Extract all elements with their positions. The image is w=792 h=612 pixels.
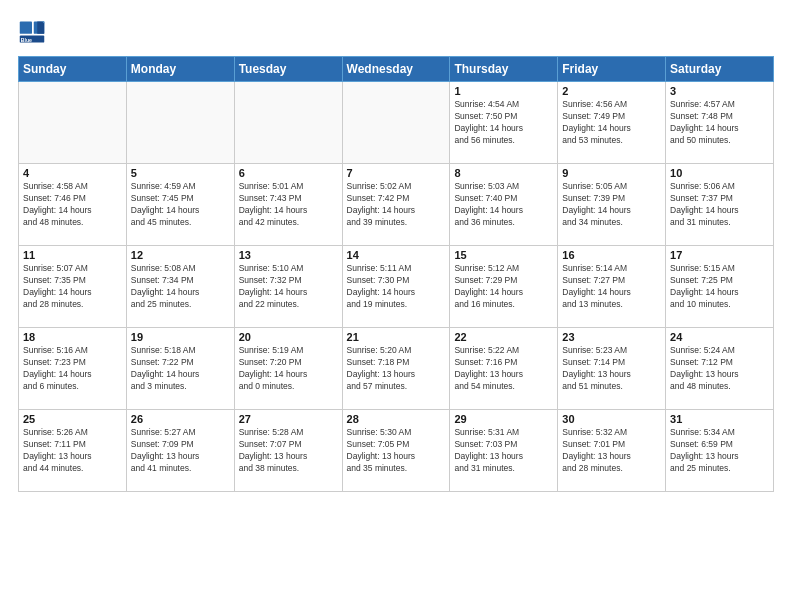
day-info: Sunrise: 5:03 AM Sunset: 7:40 PM Dayligh… [454,181,553,229]
calendar-cell: 10Sunrise: 5:06 AM Sunset: 7:37 PM Dayli… [666,164,774,246]
day-number: 12 [131,249,230,261]
day-number: 31 [670,413,769,425]
day-number: 14 [347,249,446,261]
day-number: 7 [347,167,446,179]
calendar-cell: 19Sunrise: 5:18 AM Sunset: 7:22 PM Dayli… [126,328,234,410]
day-number: 9 [562,167,661,179]
day-info: Sunrise: 5:18 AM Sunset: 7:22 PM Dayligh… [131,345,230,393]
day-number: 27 [239,413,338,425]
calendar-cell: 9Sunrise: 5:05 AM Sunset: 7:39 PM Daylig… [558,164,666,246]
day-info: Sunrise: 5:12 AM Sunset: 7:29 PM Dayligh… [454,263,553,311]
svg-text:Blue: Blue [21,37,32,43]
day-number: 25 [23,413,122,425]
day-info: Sunrise: 5:26 AM Sunset: 7:11 PM Dayligh… [23,427,122,475]
weekday-header-row: SundayMondayTuesdayWednesdayThursdayFrid… [19,57,774,82]
calendar-cell [126,82,234,164]
calendar-cell: 23Sunrise: 5:23 AM Sunset: 7:14 PM Dayli… [558,328,666,410]
day-number: 24 [670,331,769,343]
calendar-cell: 17Sunrise: 5:15 AM Sunset: 7:25 PM Dayli… [666,246,774,328]
weekday-header-tuesday: Tuesday [234,57,342,82]
calendar-cell: 25Sunrise: 5:26 AM Sunset: 7:11 PM Dayli… [19,410,127,492]
day-number: 13 [239,249,338,261]
calendar-cell: 13Sunrise: 5:10 AM Sunset: 7:32 PM Dayli… [234,246,342,328]
calendar-cell: 29Sunrise: 5:31 AM Sunset: 7:03 PM Dayli… [450,410,558,492]
day-info: Sunrise: 5:11 AM Sunset: 7:30 PM Dayligh… [347,263,446,311]
day-info: Sunrise: 5:08 AM Sunset: 7:34 PM Dayligh… [131,263,230,311]
week-row-4: 18Sunrise: 5:16 AM Sunset: 7:23 PM Dayli… [19,328,774,410]
day-number: 2 [562,85,661,97]
day-info: Sunrise: 5:02 AM Sunset: 7:42 PM Dayligh… [347,181,446,229]
calendar-cell: 7Sunrise: 5:02 AM Sunset: 7:42 PM Daylig… [342,164,450,246]
weekday-header-saturday: Saturday [666,57,774,82]
calendar-cell [234,82,342,164]
day-info: Sunrise: 5:19 AM Sunset: 7:20 PM Dayligh… [239,345,338,393]
day-info: Sunrise: 5:20 AM Sunset: 7:18 PM Dayligh… [347,345,446,393]
calendar-cell: 5Sunrise: 4:59 AM Sunset: 7:45 PM Daylig… [126,164,234,246]
calendar-cell: 16Sunrise: 5:14 AM Sunset: 7:27 PM Dayli… [558,246,666,328]
day-number: 18 [23,331,122,343]
day-number: 29 [454,413,553,425]
day-info: Sunrise: 5:28 AM Sunset: 7:07 PM Dayligh… [239,427,338,475]
calendar-cell: 20Sunrise: 5:19 AM Sunset: 7:20 PM Dayli… [234,328,342,410]
day-number: 30 [562,413,661,425]
day-info: Sunrise: 5:22 AM Sunset: 7:16 PM Dayligh… [454,345,553,393]
weekday-header-thursday: Thursday [450,57,558,82]
calendar-cell: 1Sunrise: 4:54 AM Sunset: 7:50 PM Daylig… [450,82,558,164]
weekday-header-wednesday: Wednesday [342,57,450,82]
calendar-cell: 26Sunrise: 5:27 AM Sunset: 7:09 PM Dayli… [126,410,234,492]
calendar-cell: 22Sunrise: 5:22 AM Sunset: 7:16 PM Dayli… [450,328,558,410]
calendar-cell: 8Sunrise: 5:03 AM Sunset: 7:40 PM Daylig… [450,164,558,246]
day-number: 22 [454,331,553,343]
day-info: Sunrise: 5:31 AM Sunset: 7:03 PM Dayligh… [454,427,553,475]
day-info: Sunrise: 5:32 AM Sunset: 7:01 PM Dayligh… [562,427,661,475]
day-number: 4 [23,167,122,179]
day-info: Sunrise: 5:34 AM Sunset: 6:59 PM Dayligh… [670,427,769,475]
svg-rect-0 [20,22,32,34]
calendar-cell: 2Sunrise: 4:56 AM Sunset: 7:49 PM Daylig… [558,82,666,164]
day-info: Sunrise: 5:23 AM Sunset: 7:14 PM Dayligh… [562,345,661,393]
weekday-header-friday: Friday [558,57,666,82]
calendar-cell: 28Sunrise: 5:30 AM Sunset: 7:05 PM Dayli… [342,410,450,492]
day-info: Sunrise: 5:30 AM Sunset: 7:05 PM Dayligh… [347,427,446,475]
calendar-cell: 3Sunrise: 4:57 AM Sunset: 7:48 PM Daylig… [666,82,774,164]
day-info: Sunrise: 5:01 AM Sunset: 7:43 PM Dayligh… [239,181,338,229]
week-row-3: 11Sunrise: 5:07 AM Sunset: 7:35 PM Dayli… [19,246,774,328]
day-info: Sunrise: 4:59 AM Sunset: 7:45 PM Dayligh… [131,181,230,229]
header: Blue [18,18,774,46]
day-number: 5 [131,167,230,179]
day-info: Sunrise: 5:06 AM Sunset: 7:37 PM Dayligh… [670,181,769,229]
day-info: Sunrise: 5:24 AM Sunset: 7:12 PM Dayligh… [670,345,769,393]
calendar-cell: 30Sunrise: 5:32 AM Sunset: 7:01 PM Dayli… [558,410,666,492]
day-info: Sunrise: 4:57 AM Sunset: 7:48 PM Dayligh… [670,99,769,147]
day-info: Sunrise: 4:54 AM Sunset: 7:50 PM Dayligh… [454,99,553,147]
day-number: 16 [562,249,661,261]
calendar-table: SundayMondayTuesdayWednesdayThursdayFrid… [18,56,774,492]
calendar-cell: 6Sunrise: 5:01 AM Sunset: 7:43 PM Daylig… [234,164,342,246]
day-info: Sunrise: 5:27 AM Sunset: 7:09 PM Dayligh… [131,427,230,475]
day-info: Sunrise: 4:58 AM Sunset: 7:46 PM Dayligh… [23,181,122,229]
calendar-cell: 18Sunrise: 5:16 AM Sunset: 7:23 PM Dayli… [19,328,127,410]
calendar-cell: 14Sunrise: 5:11 AM Sunset: 7:30 PM Dayli… [342,246,450,328]
day-number: 8 [454,167,553,179]
day-info: Sunrise: 5:07 AM Sunset: 7:35 PM Dayligh… [23,263,122,311]
week-row-2: 4Sunrise: 4:58 AM Sunset: 7:46 PM Daylig… [19,164,774,246]
week-row-5: 25Sunrise: 5:26 AM Sunset: 7:11 PM Dayli… [19,410,774,492]
calendar-cell [342,82,450,164]
day-info: Sunrise: 5:05 AM Sunset: 7:39 PM Dayligh… [562,181,661,229]
calendar-cell: 4Sunrise: 4:58 AM Sunset: 7:46 PM Daylig… [19,164,127,246]
day-number: 19 [131,331,230,343]
weekday-header-monday: Monday [126,57,234,82]
calendar-cell: 11Sunrise: 5:07 AM Sunset: 7:35 PM Dayli… [19,246,127,328]
calendar-cell [19,82,127,164]
day-number: 21 [347,331,446,343]
svg-marker-2 [37,22,44,34]
logo-icon: Blue [18,18,46,46]
day-number: 11 [23,249,122,261]
calendar-cell: 15Sunrise: 5:12 AM Sunset: 7:29 PM Dayli… [450,246,558,328]
day-number: 28 [347,413,446,425]
calendar-cell: 27Sunrise: 5:28 AM Sunset: 7:07 PM Dayli… [234,410,342,492]
day-info: Sunrise: 5:10 AM Sunset: 7:32 PM Dayligh… [239,263,338,311]
weekday-header-sunday: Sunday [19,57,127,82]
day-number: 3 [670,85,769,97]
page: Blue SundayMondayTuesdayWednesdayThursda… [0,0,792,502]
